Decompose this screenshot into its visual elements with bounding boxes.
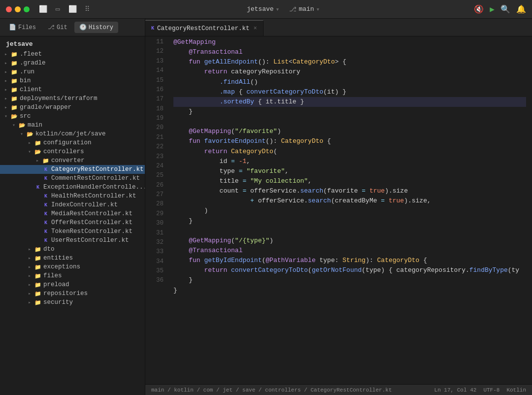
code-line-19 xyxy=(173,117,526,127)
layout-icon[interactable]: ▭ xyxy=(52,4,63,15)
branch-label: main xyxy=(299,5,314,13)
tree-item-gradle-wrapper[interactable]: 📁 gradle/wrapper xyxy=(0,103,145,112)
git-icon: ⎇ xyxy=(48,24,55,31)
tree-label-converter: converter xyxy=(50,157,145,164)
code-line-32: @Transactional xyxy=(173,246,526,256)
tree-item-deployments[interactable]: 📁 deployments/terraform xyxy=(0,94,145,103)
tree-root: jetsave xyxy=(0,38,145,50)
folder-repositories-icon: 📁 xyxy=(33,291,42,297)
tree-label-main: main xyxy=(27,122,145,129)
tree-item-comment-controller[interactable]: K CommentRestController.kt xyxy=(0,174,145,183)
close-button[interactable] xyxy=(6,6,12,12)
kotlin-media-icon: K xyxy=(41,211,50,217)
tree-item-fleet[interactable]: 📁 .fleet xyxy=(0,50,145,59)
git-branch-icon: ⎇ xyxy=(289,5,297,13)
search-icon[interactable]: 🔍 xyxy=(500,4,510,14)
tree-item-kotlin-path[interactable]: 📂 kotlin/com/jet/save xyxy=(0,130,145,138)
tree-item-src[interactable]: 📂 src xyxy=(0,112,145,121)
notifications-icon[interactable]: 🔔 xyxy=(516,4,526,14)
folder-src-icon: 📂 xyxy=(10,113,19,120)
folder-main-icon: 📂 xyxy=(18,122,27,129)
tree-label-exception-controller: ExceptionHandlerControlle... xyxy=(42,184,145,191)
chevron-kotlin-path-icon xyxy=(18,131,26,137)
folder-files-icon: 📁 xyxy=(33,273,42,279)
tree-item-exception-controller[interactable]: K ExceptionHandlerControlle... xyxy=(0,183,145,192)
file-encoding: UTF-8 xyxy=(483,387,499,393)
folder-controllers-icon: 📂 xyxy=(33,149,42,155)
code-line-18: } xyxy=(173,107,526,117)
chevron-repositories-icon xyxy=(26,291,33,296)
tree-item-entities[interactable]: 📁 entities xyxy=(0,254,145,263)
folder-dto-icon: 📁 xyxy=(33,246,42,253)
chevron-configuration-icon xyxy=(26,140,33,146)
tree-item-exceptions[interactable]: 📁 exceptions xyxy=(0,263,145,271)
code-line-27: + offerService.search(createdByMe = true… xyxy=(173,196,526,206)
code-line-13: fun getAllEndpoint(): List<CategoryDto> … xyxy=(173,57,526,67)
maximize-button[interactable] xyxy=(24,6,30,12)
tree-item-client[interactable]: 📁 client xyxy=(0,85,145,94)
chevron-exceptions-icon xyxy=(26,264,33,270)
tree-item-bin[interactable]: 📁 bin xyxy=(0,76,145,85)
tab-history-label: History xyxy=(89,24,113,31)
tree-item-repositories[interactable]: 📁 repositories xyxy=(0,289,145,298)
kotlin-health-icon: K xyxy=(41,193,50,199)
project-label: jetsave xyxy=(247,5,274,13)
tree-item-configuration[interactable]: 📁 configuration xyxy=(0,138,145,147)
tree-label-controllers: controllers xyxy=(42,148,145,155)
tab-git[interactable]: ⎇ Git xyxy=(43,22,72,33)
code-line-21: fun favoriteEndpoint(): CategoryDto { xyxy=(173,136,526,146)
tree-item-preload[interactable]: 📁 preload xyxy=(0,280,145,289)
tree-item-offer-controller[interactable]: K OfferRestController.kt xyxy=(0,218,145,227)
tree-item-user-controller[interactable]: K UserRestController.kt xyxy=(0,236,145,245)
tree-item-index-controller[interactable]: K IndexController.kt xyxy=(0,200,145,209)
tree-item-dto[interactable]: 📁 dto xyxy=(0,245,145,254)
tree-item-token-controller[interactable]: K TokenRestController.kt xyxy=(0,227,145,236)
tree-item-main[interactable]: 📂 main xyxy=(0,121,145,130)
sidebar-right-icon[interactable]: ⬜ xyxy=(67,4,78,15)
kotlin-user-icon: K xyxy=(41,237,50,243)
folder-deployments-icon: 📁 xyxy=(10,96,19,102)
tree-item-controllers[interactable]: 📂 controllers xyxy=(0,147,145,156)
editor-tabs: K CategoryRestController.kt × xyxy=(145,19,532,36)
tree-label-dto: dto xyxy=(42,246,145,253)
tree-item-files[interactable]: 📁 files xyxy=(0,271,145,280)
folder-configuration-icon: 📁 xyxy=(33,140,42,146)
folder-converter-icon: 📁 xyxy=(41,158,50,164)
run-icon[interactable]: ▶ xyxy=(490,4,495,14)
editor-tab-category[interactable]: K CategoryRestController.kt × xyxy=(145,20,264,36)
tree-item-security[interactable]: 📁 security xyxy=(0,298,145,307)
titlebar-actions: 🔇 ▶ 🔍 🔔 xyxy=(474,4,526,14)
apps-icon[interactable]: ⠿ xyxy=(82,4,93,15)
tree-label-entities: entities xyxy=(42,255,145,262)
project-name[interactable]: jetsave ▾ xyxy=(247,5,279,13)
code-line-28: ) xyxy=(173,206,526,216)
tree-item-gradle[interactable]: 📁 .gradle xyxy=(0,59,145,67)
mute-icon[interactable]: 🔇 xyxy=(474,4,484,14)
kotlin-file-icon: K xyxy=(41,166,50,172)
minimize-button[interactable] xyxy=(15,6,21,12)
code-editor[interactable]: @GetMapping @Transactional fun getAllEnd… xyxy=(167,36,532,384)
file-tree: jetsave 📁 .fleet 📁 .gradle 📁 .run xyxy=(0,36,145,395)
chevron-bin-icon xyxy=(2,78,10,84)
code-line-30 xyxy=(173,226,526,236)
code-line-24: type = "favorite", xyxy=(173,166,526,176)
tree-label-health-controller: HealthRestController.kt xyxy=(50,193,145,199)
branch-selector[interactable]: ⎇ main ▾ xyxy=(289,5,320,13)
tree-item-health-controller[interactable]: K HealthRestController.kt xyxy=(0,192,145,200)
chevron-deployments-icon xyxy=(2,96,10,101)
tree-label-kotlin-path: kotlin/com/jet/save xyxy=(34,131,145,137)
tab-files[interactable]: 📄 Files xyxy=(4,22,41,33)
kotlin-tab-icon: K xyxy=(151,26,154,31)
sidebar-toggle-icon[interactable]: ⬜ xyxy=(37,4,48,15)
history-icon: 🕐 xyxy=(79,24,87,31)
tab-close-button[interactable]: × xyxy=(254,25,257,32)
tree-item-run[interactable]: 📁 .run xyxy=(0,67,145,76)
tree-item-category-controller[interactable]: K CategoryRestController.kt xyxy=(0,165,145,174)
tree-item-media-controller[interactable]: K MediaRestController.kt xyxy=(0,209,145,218)
code-line-25: title = "My collection", xyxy=(173,176,526,186)
code-line-20: @GetMapping("/favorite") xyxy=(173,127,526,136)
tab-history[interactable]: 🕐 History xyxy=(74,22,118,33)
tree-item-converter[interactable]: 📁 converter xyxy=(0,156,145,165)
folder-security-icon: 📁 xyxy=(33,299,42,306)
chevron-preload-icon xyxy=(26,282,33,288)
